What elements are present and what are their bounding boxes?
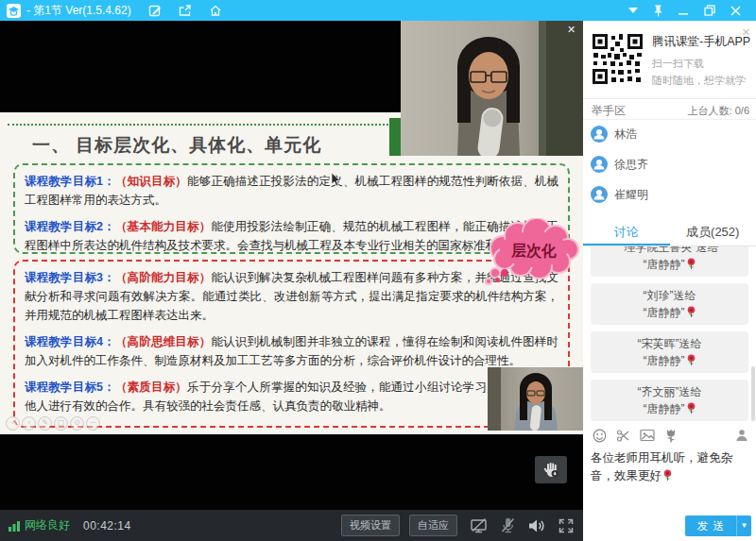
prev-slide-button[interactable]: ‹ <box>6 416 20 431</box>
eraser-tool-button[interactable]: ─ <box>86 416 100 431</box>
video-stage: 一、 目标层次化、具体化、单元化 课程教学目标1：（知识目标）能够正确描述正投影… <box>0 21 583 541</box>
network-signal-icon <box>9 520 21 532</box>
network-status-label: 网络良好 <box>25 517 70 533</box>
scissors-icon[interactable] <box>616 429 630 443</box>
teacher-webcam-small-video <box>488 367 583 431</box>
laser-pointer-dot-small <box>495 278 500 282</box>
rose-icon <box>686 354 696 366</box>
objective-1-label: 课程教学目标1： <box>25 175 115 188</box>
home-icon[interactable] <box>209 4 222 17</box>
slide-controls: ‹ › ✎ ▢ ⊙ ─ <box>6 416 100 431</box>
chat-toolbar <box>583 425 756 446</box>
gift-giver: “刘珍”送给 <box>644 289 696 302</box>
rose-icon <box>686 306 696 318</box>
avatar <box>591 156 608 173</box>
emoji-icon[interactable] <box>593 429 607 443</box>
sidebar: 腾讯课堂-手机APP 扫一扫下载 随时随地，想学就学 ✕ 举手区 上台人数: 0… <box>583 21 756 541</box>
flower-gift-icon[interactable] <box>664 429 678 443</box>
gift-message: “齐文丽”送给 “唐静静” <box>591 380 748 421</box>
screen-share-off-icon[interactable] <box>470 517 488 533</box>
speaker-icon[interactable] <box>528 518 546 533</box>
sidebar-tabs: 讨论 成员(252) <box>583 219 756 246</box>
chat-message-list: “理学院王鲁央”送给 “唐静静” “刘珍”送给 “唐静静” “宋芙晖”送给 “唐… <box>583 246 756 425</box>
handraise-list: 林浩 徐思齐 崔耀明 <box>583 119 756 219</box>
promo-subtitle-1: 扫一扫下载 <box>652 57 704 71</box>
gift-giver: “齐文丽”送给 <box>638 385 702 398</box>
close-icon[interactable] <box>730 6 741 16</box>
laser-pointer-dot <box>501 269 508 277</box>
image-icon[interactable] <box>640 429 655 442</box>
objective-1: 课程教学目标1：（知识目标）能够正确描述正投影法的定义、机械工程图样的规范性判断… <box>25 172 558 210</box>
avatar <box>591 186 608 203</box>
gift-message: “宋芙晖”送给 “唐静静” <box>591 331 748 373</box>
fullscreen-icon[interactable] <box>558 518 574 533</box>
video-settings-button[interactable]: 视频设置 <box>341 515 400 536</box>
restore-icon[interactable] <box>704 5 715 16</box>
gift-giver: “理学院王鲁央”送给 <box>621 246 719 254</box>
send-button[interactable]: 发送 <box>685 516 736 536</box>
chat-scrollbar[interactable] <box>751 366 755 421</box>
next-slide-button[interactable]: › <box>22 416 36 431</box>
objective-4-label: 课程教学目标4： <box>25 335 115 348</box>
objective-3: 课程教学目标3：（高阶能力目标）能认识到解决复杂机械工程图样问题有多种方案，并能… <box>25 268 558 325</box>
handraise-member[interactable]: 林浩 <box>583 119 756 149</box>
rose-icon <box>686 402 696 414</box>
member-name: 崔耀明 <box>614 187 648 203</box>
handraise-member[interactable]: 徐思齐 <box>583 149 756 179</box>
gift-receiver: “唐静静” <box>644 306 685 319</box>
gift-giver: “宋芙晖”送给 <box>638 337 702 350</box>
shape-tool-button[interactable]: ▢ <box>54 416 68 431</box>
objective-3-category: （高阶能力目标） <box>115 271 211 284</box>
member-name: 林浩 <box>614 127 637 143</box>
handraise-title: 举手区 <box>592 103 626 119</box>
handraise-header: 举手区 上台人数: 0/6 <box>583 98 756 120</box>
control-bar: 网络良好 00:42:14 视频设置 自适应 <box>0 510 583 541</box>
member-name: 徐思齐 <box>614 157 648 173</box>
callout-text: 层次化 <box>510 243 557 260</box>
chat-input[interactable]: 各位老师用耳机听，避免杂音，效果更好 <box>583 446 756 510</box>
webcam-close-icon[interactable]: ✕ <box>567 25 576 35</box>
tab-members[interactable]: 成员(252) <box>670 219 756 245</box>
tab-discussion[interactable]: 讨论 <box>583 219 670 245</box>
gift-message: “理学院王鲁央”送给 “唐静静” <box>591 246 748 277</box>
zoom-tool-button[interactable]: ⊙ <box>70 416 84 431</box>
objective-1-category: （知识目标） <box>115 175 187 188</box>
objective-5-label: 课程教学目标5： <box>25 380 115 394</box>
gift-message: “刘珍”送给 “唐静静” <box>591 283 748 325</box>
handraise-member[interactable]: 崔耀明 <box>583 179 756 210</box>
app-promo-card: 腾讯课堂-手机APP 扫一扫下载 随时随地，想学就学 ✕ <box>583 21 756 99</box>
objective-2: 课程教学目标2：（基本能力目标）能使用投影法绘制正确、规范的机械工程图样，能正确… <box>25 217 558 255</box>
rose-icon <box>662 469 673 482</box>
control-bar-right: 视频设置 自适应 <box>332 515 574 536</box>
promo-subtitle-2: 随时随地，想学就学 <box>652 74 746 88</box>
network-status: 网络良好 <box>9 517 70 533</box>
raise-hand-button[interactable] <box>535 456 567 483</box>
gift-receiver: “唐静静” <box>644 354 685 367</box>
adaptive-button[interactable]: 自适应 <box>409 515 457 536</box>
send-row: 发送 ▼ <box>583 510 756 541</box>
member-person-icon[interactable] <box>735 429 748 442</box>
window-title: - 第1节 Ver(1.5.4.62) <box>26 3 131 19</box>
qr-code <box>591 32 644 86</box>
stage-count-label: 上台人数: 0/6 <box>688 104 749 118</box>
objective-5-category: （素质目标） <box>115 380 187 394</box>
app-logo-icon <box>7 4 21 18</box>
slide-heading: 一、 目标层次化、具体化、单元化 <box>32 133 321 158</box>
chevron-down-icon[interactable] <box>628 8 638 14</box>
gift-receiver: “唐静静” <box>644 402 685 415</box>
avatar <box>591 126 608 143</box>
window-titlebar: - 第1节 Ver(1.5.4.62) <box>0 0 756 21</box>
promo-close-icon[interactable]: ✕ <box>742 26 750 39</box>
mouse-cursor <box>331 173 341 187</box>
microphone-muted-icon[interactable] <box>500 517 516 533</box>
minimize-icon[interactable] <box>679 6 689 16</box>
send-options-dropdown[interactable]: ▼ <box>736 516 751 536</box>
rose-icon <box>686 258 696 270</box>
pin-icon[interactable] <box>653 5 663 17</box>
class-timer: 00:42:14 <box>83 519 131 533</box>
objective-2-category: （基本能力目标） <box>115 220 211 233</box>
pen-tool-button[interactable]: ✎ <box>38 416 52 431</box>
share-icon[interactable] <box>179 4 192 17</box>
edit-icon[interactable] <box>148 4 162 17</box>
chat-input-text: 各位老师用耳机听，避免杂音，效果更好 <box>591 451 732 482</box>
